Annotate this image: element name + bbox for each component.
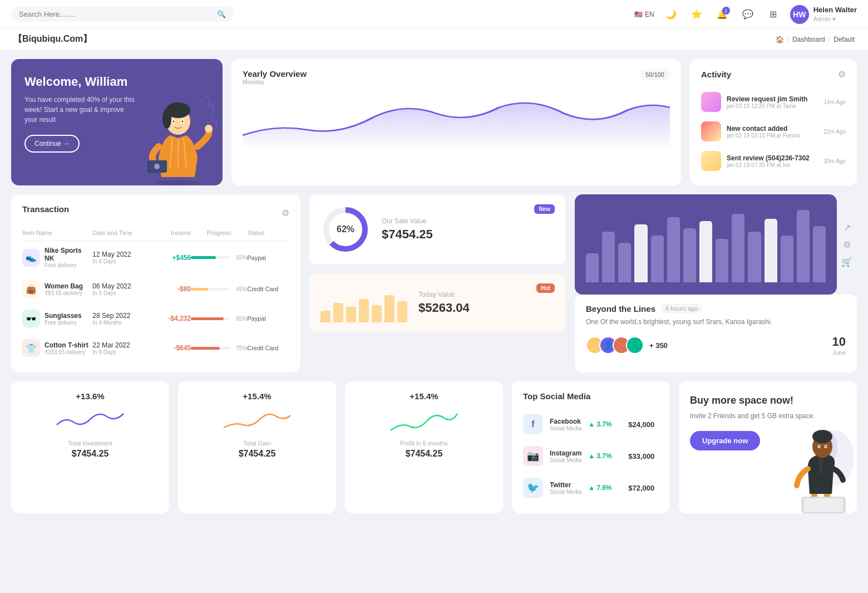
svg-point-23 [812,430,832,443]
svg-point-15 [154,164,160,169]
income-col-3: -$645 [149,344,191,352]
language-selector[interactable]: 🇺🇸 EN [634,11,654,18]
upgrade-button[interactable]: Upgrade now [690,431,760,450]
activity-title: Activity [701,70,731,79]
item-icon-0: 👟 [22,249,40,267]
big-bar-2 [618,243,631,283]
activity-card: Activity ⚙ Review request jim Smith jan … [690,59,857,185]
cart-icon[interactable]: 🛒 [841,257,852,267]
instagram-growth: ▲ 3.7% [588,452,622,460]
big-bar-10 [748,232,761,282]
big-bar-1 [602,232,615,282]
big-bar-7 [699,221,712,283]
breadcrumb: 🏠 / Dashboard / Default [776,36,855,43]
today-bar-3 [359,299,369,322]
activity-avatar-3 [701,151,721,171]
today-bar-1 [333,303,343,322]
today-info: Today Value $5263.04 [418,291,525,315]
activity-item-2: New contact added jan 02 19 03:10 PM at … [701,117,846,146]
avatar-stack: 👤 [586,336,644,354]
social-media-card: Top Social Media f Facebook Social Media… [512,381,670,513]
user-role: Admin ▾ [813,15,857,23]
item-info-0: 👟 Nike Sports NK Free delivery [22,247,92,268]
sale-info: Our Sale Value $7454.25 [382,217,523,242]
profit-value: $7454.25 [356,449,492,459]
profit-percent: +15.4% [356,391,492,401]
investment-percent: +13.6% [22,391,158,401]
row-3: +13.6% Total Investment $7454.25 +15.4% … [11,381,857,513]
transaction-title: Transaction [22,204,69,214]
transaction-card: Transaction ⚙ Item Name Date and Time In… [11,194,300,373]
gain-label: Total Gain [189,440,325,447]
big-bar-11 [765,219,777,282]
breadcrumb-page: Default [834,36,855,43]
chat-icon[interactable]: 💬 [739,6,757,23]
svg-point-6 [162,109,171,129]
buy-space-description: Invite 2 Friends and get 5 GB extra spac… [690,411,846,421]
date-col-1: 06 May 2022 In 5 Days [92,282,149,296]
item-info-3: 👕 Cotton T-shirt ₹283.65 delivery [22,339,92,357]
home-icon[interactable]: 🏠 [776,36,784,43]
today-bar-4 [372,305,382,323]
buy-space-card: Buy more space now! Invite 2 Friends and… [679,381,857,513]
today-bar-6 [397,301,407,323]
today-bar-0 [320,311,331,322]
svg-point-27 [825,446,826,447]
mini-stat-profit: +15.4% Profit in 6 months $7454.25 [345,381,503,513]
gain-percent: +15.4% [189,391,325,401]
avatar-count: + 350 [649,341,668,350]
instagram-amount: $33,000 [628,452,654,460]
transaction-settings-icon[interactable]: ⚙ [282,208,289,218]
activity-content-1: Review request jim Smith jan 03 19 12:25… [727,95,818,109]
date-col-0: 12 May 2022 In 6 Days [92,251,149,264]
dark-mode-toggle[interactable]: 🌙 [662,6,680,23]
investment-value: $7454.25 [22,449,158,459]
yearly-count-badge: 50/100 [640,69,670,80]
gain-chart [189,405,325,433]
user-profile[interactable]: HW Helen Walter Admin ▾ [790,5,857,24]
breadcrumb-bar: 【Biqubiqu.Com】 🏠 / Dashboard / Default [0,29,868,50]
notification-bell[interactable]: 🔔 1 [713,6,731,23]
star-icon[interactable]: ⭐ [688,6,706,23]
social-title: Top Social Media [523,391,659,401]
svg-point-26 [818,446,820,447]
progress-col-2: 85% [191,316,247,322]
activity-settings-icon[interactable]: ⚙ [838,69,846,80]
mini-stat-investment: +13.6% Total Investment $7454.25 [11,381,169,513]
today-bar-2 [346,307,356,322]
social-row-instagram: 📷 Instagram Social Media ▲ 3.7% $33,000 [523,440,659,472]
brand-logo: 【Biqubiqu.Com】 [13,33,92,45]
facebook-icon: f [523,414,543,434]
bar-chart-big [586,204,826,282]
donut-label: 62% [337,224,354,234]
activity-item-1: Review request jim Smith jan 03 19 12:25… [701,87,846,117]
search-input[interactable] [19,10,213,18]
beyond-footer: 👤 + 350 10 June [586,335,846,356]
yearly-overview-card: Yearly Overview Monday 50/100 [231,59,681,185]
grid-icon[interactable]: ⊞ [765,6,782,23]
table-row: 👕 Cotton T-shirt ₹283.65 delivery 22 Mar… [22,334,289,362]
twitter-growth: ▲ 7.6% [588,484,622,492]
income-col-1: -$80 [149,285,191,293]
nav-icons: 🇺🇸 EN 🌙 ⭐ 🔔 1 💬 ⊞ HW Helen Walter Admin … [634,5,857,24]
breadcrumb-dashboard[interactable]: Dashboard [792,36,825,43]
big-bar-14 [813,226,826,282]
big-bar-0 [586,253,599,282]
table-header: Item Name Date and Time Income Progress … [22,229,289,241]
big-bar-12 [781,236,793,283]
activity-avatar-2 [701,121,721,141]
activity-content-3: Sent review (504)236-7302 jan 02 19 07:3… [727,154,818,168]
welcome-illustration [134,59,223,185]
continue-button[interactable]: Continue → [24,135,80,153]
buy-space-title: Buy more space now! [690,395,846,406]
new-badge: New [534,204,555,214]
svg-point-0 [156,180,200,185]
svg-rect-29 [804,498,843,512]
big-bar-3 [634,224,647,282]
activity-avatar-1 [701,92,721,112]
share-icon[interactable]: ↗ [844,222,851,233]
table-row: 🕶️ Sunglasses Free delivery 28 Sep 2022 … [22,304,289,334]
settings-side-icon[interactable]: ⚙ [843,239,851,250]
date-col-3: 22 Mar 2022 In 8 Days [92,341,149,355]
activity-item-3: Sent review (504)236-7302 jan 02 19 07:3… [701,146,846,175]
